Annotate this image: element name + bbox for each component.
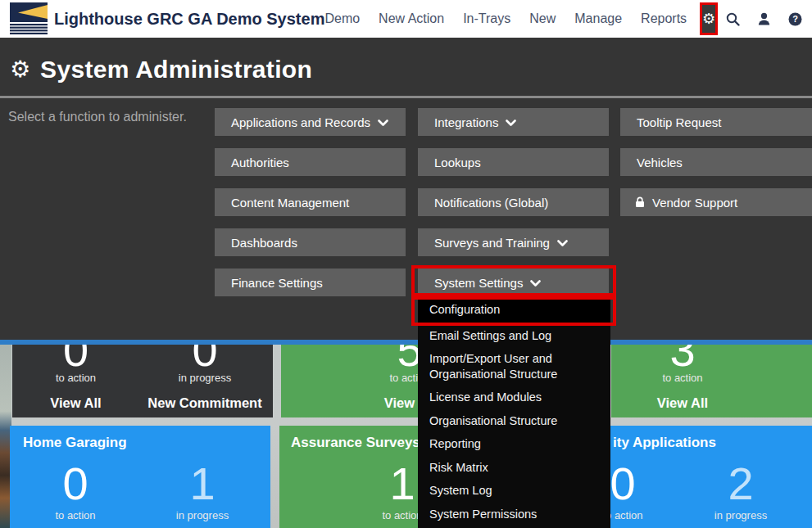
counter-label: in progress (145, 509, 260, 521)
button-label: Integrations (434, 115, 498, 129)
counter-label: to action (646, 372, 719, 384)
nav-link-new-action[interactable]: New Action (379, 11, 444, 26)
nav-link-manage[interactable]: Manage (574, 11, 622, 26)
menu-item-configuration[interactable]: Configuration (418, 296, 610, 324)
counter-label: in progress (704, 509, 778, 521)
counter-value: 0 (139, 345, 270, 368)
view-all-link[interactable]: View All (646, 395, 719, 411)
button-label: Surveys and Training (434, 236, 550, 250)
admin-button-vehicles[interactable]: Vehicles (620, 148, 812, 176)
admin-button-vendor-support[interactable]: Vendor Support (620, 188, 812, 216)
page-title: System Administration (40, 56, 312, 83)
admin-button-finance-settings[interactable]: Finance Settings (215, 269, 406, 296)
menu-item-license-and-modules[interactable]: License and Modules (418, 386, 610, 409)
button-label: Content Management (231, 196, 349, 210)
tile-title: Home Garaging (10, 426, 270, 451)
admin-button-applications-and-records[interactable]: Applications and Records (215, 108, 406, 136)
counter-value: 2 (704, 460, 778, 508)
system-settings-dropdown: Configuration Email Settings and Log Imp… (418, 296, 610, 528)
admin-button-system-settings[interactable]: System Settings (418, 269, 609, 296)
counter-value: 0 (18, 460, 133, 508)
button-label: Vehicles (637, 156, 683, 169)
admin-button-integrations[interactable]: Integrations (418, 108, 609, 136)
svg-text:?: ? (792, 14, 798, 24)
counter-value: 0 (16, 345, 135, 368)
new-commitment-link[interactable]: New Commitment (139, 395, 270, 411)
chevron-down-icon (378, 120, 388, 127)
tile-title: ity Applications (610, 426, 812, 451)
menu-item-system-permissions[interactable]: System Permissions (418, 503, 610, 526)
lock-icon (635, 196, 645, 208)
nav-link-new[interactable]: New (529, 11, 556, 26)
menu-item-organisational-structure[interactable]: Organisational Structure (418, 409, 610, 433)
admin-button-tooltip-request[interactable]: Tooltip Request (620, 108, 812, 136)
tile-commitments: 0 to action View All 0 in progress New C… (12, 345, 273, 417)
admin-button-authorities[interactable]: Authorities (215, 148, 406, 176)
lighthouse-logo[interactable] (10, 2, 48, 35)
tile-green-2: 3 to action View All (611, 345, 812, 417)
menu-item-reporting[interactable]: Reporting (418, 432, 610, 456)
system-administration-panel: ⚙ System Administration Select a functio… (0, 38, 812, 345)
menu-item-import-export-user[interactable]: Import/Export User and Organisational St… (418, 347, 610, 386)
panel-subtitle: Select a function to administer. (8, 108, 193, 126)
counter-value: 1 (145, 460, 260, 508)
counter-label: to action (18, 509, 133, 521)
nav-link-in-trays[interactable]: In-Trays (463, 11, 510, 26)
button-label: Dashboards (231, 236, 297, 250)
admin-gear-button[interactable]: ⚙ (700, 2, 718, 35)
search-icon[interactable] (726, 12, 740, 26)
menu-item-risk-matrix[interactable]: Risk Matrix (418, 456, 610, 480)
admin-button-content-management[interactable]: Content Management (215, 188, 406, 216)
top-navbar: Lighthouse GRC GA Demo System Demo New A… (0, 0, 812, 38)
menu-item-email-settings-and-log[interactable]: Email Settings and Log (418, 324, 610, 348)
admin-button-notifications-global[interactable]: Notifications (Global) (418, 188, 609, 216)
nav-link-demo[interactable]: Demo (324, 11, 360, 26)
gear-icon: ⚙ (702, 11, 715, 26)
admin-button-surveys-and-training[interactable]: Surveys and Training (418, 228, 609, 256)
admin-button-lookups[interactable]: Lookups (418, 148, 609, 176)
chevron-down-icon (557, 240, 568, 247)
nav-link-reports[interactable]: Reports (641, 11, 687, 26)
button-label: Applications and Records (231, 115, 370, 129)
button-label: Finance Settings (231, 276, 323, 290)
gear-icon: ⚙ (10, 58, 30, 81)
button-label: System Settings (434, 276, 523, 290)
chevron-down-icon (530, 280, 541, 287)
counter-value: 3 (646, 345, 719, 368)
button-label: Authorities (231, 156, 289, 169)
user-icon[interactable] (758, 12, 770, 25)
tile-home-garaging: Home Garaging 0 to action 1 in progress (10, 426, 270, 528)
help-icon[interactable]: ? (788, 12, 802, 26)
counter-label: to action (16, 372, 135, 384)
tile-applications: ity Applications 0 to action 2 in progre… (610, 426, 812, 528)
button-label: Tooltip Request (637, 115, 721, 129)
counter-label: in progress (139, 372, 270, 384)
view-all-link[interactable]: View All (16, 395, 135, 411)
button-label: Lookups (434, 156, 481, 169)
menu-item-system-log[interactable]: System Log (418, 479, 610, 503)
chevron-down-icon (506, 120, 516, 127)
button-label: Notifications (Global) (434, 196, 548, 210)
button-label: Vendor Support (652, 196, 737, 210)
brand-title: Lighthouse GRC GA Demo System (54, 10, 324, 29)
admin-button-dashboards[interactable]: Dashboards (215, 228, 406, 256)
divider (0, 96, 812, 98)
